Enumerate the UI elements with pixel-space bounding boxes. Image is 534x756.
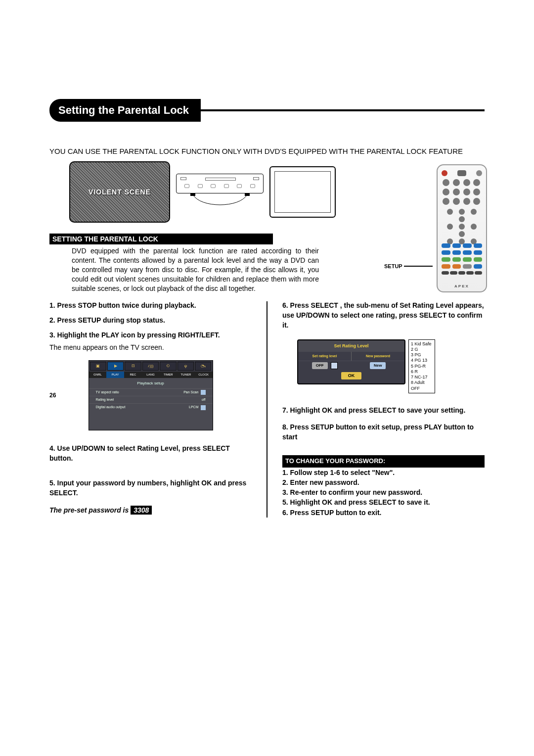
rating-list: 1 Kid Safe 2 G 3 PG 4 PG 13 5 PG-R 6 R 7… — [408, 339, 435, 393]
change-step-5: 5. Highlight OK and press SELECT to save… — [282, 498, 430, 506]
page-title: Setting the Parental Lock — [49, 99, 201, 122]
step-7: 7. Highlight OK and press SELECT to save… — [282, 406, 465, 414]
step-5: 5. Input your password by numbers, highl… — [49, 479, 246, 497]
cable-icon — [190, 193, 250, 210]
title-rule — [199, 109, 485, 111]
svg-rect-1 — [245, 193, 250, 196]
page-number: 26 — [49, 392, 56, 399]
tv-violent-icon: VIOLENT SCENE — [69, 161, 170, 223]
remote-logo: APEX — [438, 284, 486, 288]
intro-text: YOU CAN USE THE PARENTAL LOCK FUNCTION O… — [49, 146, 485, 156]
step-3: 3. Highlight the PLAY icon by pressing R… — [49, 331, 220, 339]
change-step-3: 3. Re-enter to confirm your new password… — [282, 488, 422, 496]
change-password-heading: TO CHANGE YOUR PASSWORD: — [282, 455, 485, 468]
setup-callout-line — [404, 266, 433, 267]
step-3-note: The menu appears on the TV screen. — [49, 342, 252, 352]
title-row: Setting the Parental Lock — [49, 99, 485, 122]
change-step-1: 1. Follow step 1-6 to select "New". — [282, 469, 395, 476]
step-4: 4. Use UP/DOWN to select Rating Level, p… — [49, 444, 230, 462]
preset-password-line: The pre-set password is 3308 — [49, 505, 252, 515]
change-step-2: 2. Enter new password. — [282, 478, 359, 486]
preset-password-value: 3308 — [131, 506, 152, 515]
step-2: 2. Press SETUP during stop status. — [49, 316, 165, 324]
step-1: 1. Press STOP button twice during playba… — [49, 301, 196, 309]
tv-label: VIOLENT SCENE — [89, 188, 151, 196]
change-step-6: 6. Press SETUP button to exit. — [282, 509, 381, 517]
setup-callout-label: SETUP — [384, 263, 402, 269]
right-column: 6. Press SELECT , the sub-menu of Set Ra… — [282, 300, 485, 518]
dvd-player-icon — [176, 174, 264, 193]
step-8: 8. Press SETUP button to exit setup, pre… — [282, 423, 474, 441]
section-heading: SETTING THE PARENTAL LOCK — [49, 234, 273, 244]
osd-screenshot: ▣▶⊡♪)))⏲ψ◔₁ GNRLPLAYRECLANGTIMERTUNERCLO… — [89, 360, 213, 430]
rating-osd: Set Rating Level Set rating level New pa… — [297, 339, 485, 393]
svg-rect-0 — [190, 193, 195, 196]
remote-illustration: APEX SETUP — [388, 164, 487, 313]
left-column: 1. Press STOP button twice during playba… — [49, 300, 252, 515]
column-separator — [267, 301, 267, 518]
tv-blank-icon — [269, 166, 336, 218]
section-body: DVD equipped with the parental lock func… — [72, 246, 319, 293]
